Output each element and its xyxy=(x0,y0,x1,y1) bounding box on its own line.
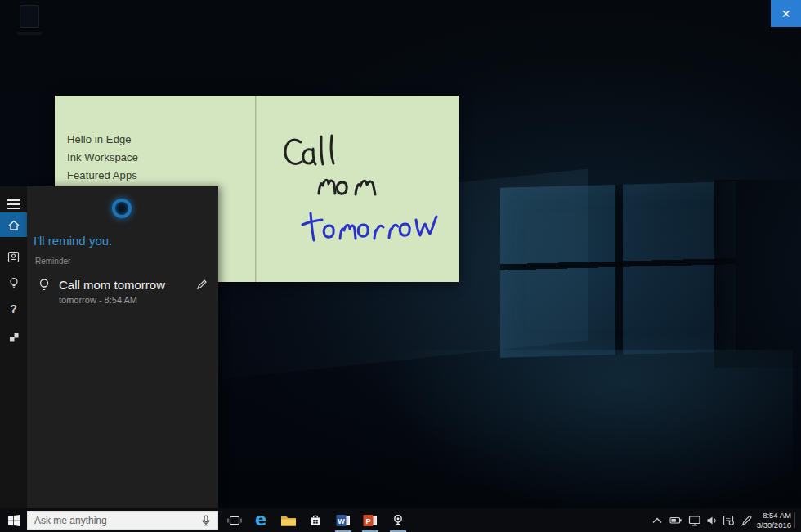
reminder-title: Call mom tomorrow xyxy=(59,278,165,292)
powerpoint-icon: P xyxy=(363,514,378,527)
svg-text:W: W xyxy=(338,516,345,525)
sidebar-item-help[interactable]: ? xyxy=(0,297,27,320)
ink-word-tomorrow xyxy=(302,213,436,240)
store-bag-icon xyxy=(309,514,322,527)
taskbar-edge-button[interactable]: e xyxy=(247,508,275,532)
close-icon: ✕ xyxy=(781,7,791,20)
sidebar-item-feedback[interactable] xyxy=(0,325,27,348)
tray-network[interactable] xyxy=(686,508,704,532)
taskbar-powerpoint-button[interactable]: P xyxy=(356,508,384,532)
network-monitor-icon xyxy=(688,514,701,527)
recycle-bin-icon[interactable] xyxy=(12,5,47,42)
taskbar: e W xyxy=(0,508,801,532)
handwritten-ink-note[interactable] xyxy=(256,96,459,282)
camera-icon xyxy=(392,514,405,527)
notebook-icon xyxy=(7,251,20,263)
ink-word-call xyxy=(285,136,333,164)
hamburger-icon xyxy=(7,199,20,209)
task-view-button[interactable] xyxy=(222,508,247,532)
clock-date: 3/30/2016 xyxy=(755,521,791,530)
taskbar-store-button[interactable] xyxy=(302,508,329,532)
cortana-heading: I'll remind you. xyxy=(34,234,112,248)
task-view-icon xyxy=(227,514,242,527)
battery-icon xyxy=(669,514,682,526)
desktop: Hello in Edge Ink Workspace Featured App… xyxy=(0,0,801,532)
close-button[interactable]: ✕ xyxy=(771,0,801,27)
wallpaper-shade xyxy=(714,180,801,368)
feedback-icon xyxy=(8,331,20,342)
cortana-search-box[interactable] xyxy=(27,511,218,530)
clock-time: 8:54 AM xyxy=(755,511,791,521)
tray-volume[interactable] xyxy=(703,508,721,532)
taskbar-word-button[interactable]: W xyxy=(329,508,357,532)
cortana-logo xyxy=(112,199,132,218)
svg-text:P: P xyxy=(365,516,370,525)
question-mark-icon: ? xyxy=(10,302,17,315)
chevron-up-icon xyxy=(651,515,664,526)
cortana-panel: I'll remind you. Reminder Call mom tomor… xyxy=(27,186,218,508)
word-icon: W xyxy=(336,514,351,527)
tablet-gear-icon xyxy=(723,514,736,527)
reminder-section-label: Reminder xyxy=(35,257,70,266)
folder-icon xyxy=(280,514,297,527)
taskbar-file-explorer-button[interactable] xyxy=(275,508,302,532)
lightbulb-icon xyxy=(38,278,51,292)
note-list-item: Ink Workspace xyxy=(67,149,138,167)
edit-pencil-icon[interactable] xyxy=(195,278,208,291)
reminder-time: tomorrow - 8:54 AM xyxy=(59,295,137,305)
cortana-rail: ? xyxy=(0,186,27,508)
wallpaper-floor-glow xyxy=(351,350,793,532)
home-icon xyxy=(7,219,20,231)
tray-show-hidden-icons[interactable] xyxy=(648,508,666,532)
lightbulb-icon xyxy=(8,277,20,289)
tray-clock[interactable]: 8:54 AM 3/30/2016 xyxy=(755,511,791,530)
tray-settings[interactable] xyxy=(720,508,738,532)
microphone-icon[interactable] xyxy=(200,515,212,526)
show-desktop-button[interactable] xyxy=(794,512,795,528)
tray-ink-workspace[interactable] xyxy=(738,508,756,532)
speaker-icon xyxy=(706,515,718,526)
sidebar-item-notebook[interactable] xyxy=(0,245,27,268)
start-button[interactable] xyxy=(0,508,27,532)
note-list-item: Featured Apps xyxy=(67,167,138,185)
sidebar-item-reminders[interactable] xyxy=(0,271,27,294)
note-list-item: Hello in Edge xyxy=(67,131,138,149)
search-input[interactable] xyxy=(28,515,200,526)
wallpaper-windows-logo xyxy=(500,181,736,358)
pen-icon xyxy=(741,514,754,527)
ink-word-mom xyxy=(319,180,375,194)
tray-battery[interactable] xyxy=(667,508,685,532)
windows-logo-icon xyxy=(8,515,20,526)
taskbar-camera-button[interactable] xyxy=(384,508,412,532)
reminder-row[interactable]: Call mom tomorrow tomorrow - 8:54 AM xyxy=(27,271,218,311)
note-typed-list: Hello in Edge Ink Workspace Featured App… xyxy=(67,131,138,185)
edge-icon: e xyxy=(255,512,266,529)
sidebar-item-home[interactable] xyxy=(0,212,27,237)
